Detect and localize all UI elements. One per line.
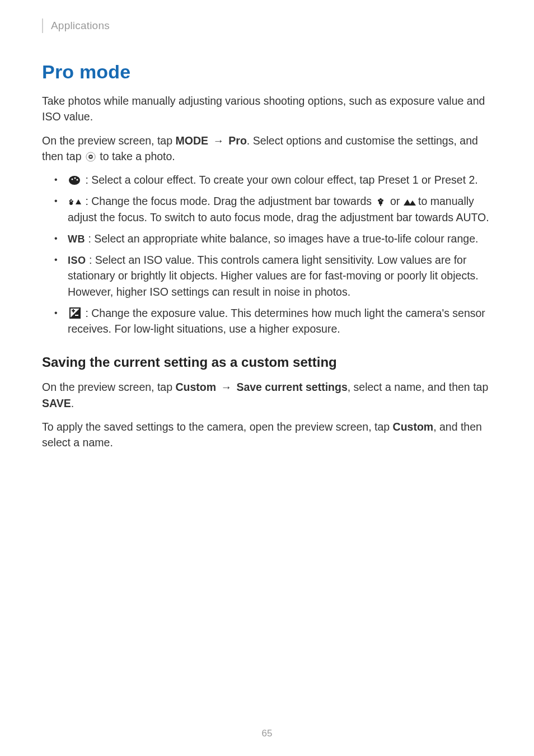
instr-pre: On the preview screen, tap (42, 134, 175, 147)
wb-icon: WB (68, 232, 85, 243)
instr-tail: to take a photo. (97, 150, 175, 162)
feature-list: : Select a colour effect. To create your… (42, 172, 492, 337)
p1-mid: , select a name, and then tap (348, 381, 489, 393)
section-heading: Saving the current setting as a custom s… (42, 354, 492, 370)
svg-point-10 (71, 199, 72, 201)
instr-pro: Pro (228, 134, 247, 147)
list-item: : Select a colour effect. To create your… (58, 172, 492, 188)
svg-point-14 (380, 198, 382, 200)
header-divider (42, 18, 43, 33)
iso-icon: ISO (68, 253, 86, 264)
list-item: WB : Select an appropriate white balance… (58, 231, 492, 246)
page-root: Applications Pro mode Take photos while … (0, 0, 534, 756)
instr-mode: MODE (175, 134, 208, 147)
svg-point-6 (77, 179, 78, 181)
preset2: Preset 2 (434, 174, 475, 186)
p1-b3: SAVE (42, 397, 71, 409)
focus-mode-icon (68, 195, 82, 206)
p2-pre: To apply the saved settings to the camer… (42, 421, 393, 433)
flower-icon (374, 195, 387, 206)
svg-rect-2 (90, 156, 92, 157)
list-item: ISO : Select an ISO value. This controls… (58, 252, 492, 300)
svg-point-3 (69, 176, 80, 185)
list-item: : Change the focus mode. Drag the adjust… (58, 193, 492, 225)
preset1: Preset 1 (378, 174, 419, 186)
svg-point-9 (72, 200, 73, 202)
svg-point-4 (72, 179, 73, 180)
auto-label: AUTO (456, 211, 486, 223)
arrow-icon: → (218, 381, 235, 393)
apply-settings-text: To apply the saved settings to the camer… (42, 419, 492, 451)
li-text: : Select a colour effect. To create your… (82, 174, 378, 186)
svg-point-5 (74, 178, 76, 179)
p1-pre: On the preview screen, tap (42, 381, 175, 393)
li-text: : Select an appropriate white balance, s… (85, 232, 478, 245)
breadcrumb: Applications (51, 20, 110, 32)
svg-point-8 (69, 200, 71, 202)
li-post: . (486, 211, 489, 223)
palette-icon (68, 174, 82, 185)
page-title: Pro mode (42, 61, 492, 83)
p1-b1: Custom (175, 381, 216, 393)
li-text: : Change the exposure value. This determ… (68, 307, 485, 335)
p1-b2: Save current settings (236, 381, 347, 393)
list-item: : Change the exposure value. This determ… (58, 305, 492, 337)
p1-post: . (71, 397, 74, 409)
p2-b1: Custom (393, 421, 434, 433)
svg-point-7 (69, 202, 73, 205)
mountain-icon (403, 195, 415, 206)
li-text: : Change the focus mode. Drag the adjust… (82, 195, 374, 207)
li-mid: or (419, 174, 434, 186)
save-settings-text: On the preview screen, tap Custom → Save… (42, 379, 492, 411)
li-post: . (475, 174, 477, 186)
page-number: 65 (0, 728, 534, 739)
svg-rect-15 (381, 204, 382, 206)
li-text: : Select an ISO value. This controls cam… (68, 254, 479, 298)
header: Applications (42, 18, 492, 33)
intro-text: Take photos while manually adjusting var… (42, 93, 492, 125)
exposure-icon (68, 307, 82, 318)
arrow-icon: → (210, 134, 227, 147)
instruction-text: On the preview screen, tap MODE → Pro. S… (42, 133, 492, 165)
li-mid1: or (387, 195, 402, 207)
shutter-icon (85, 150, 97, 161)
